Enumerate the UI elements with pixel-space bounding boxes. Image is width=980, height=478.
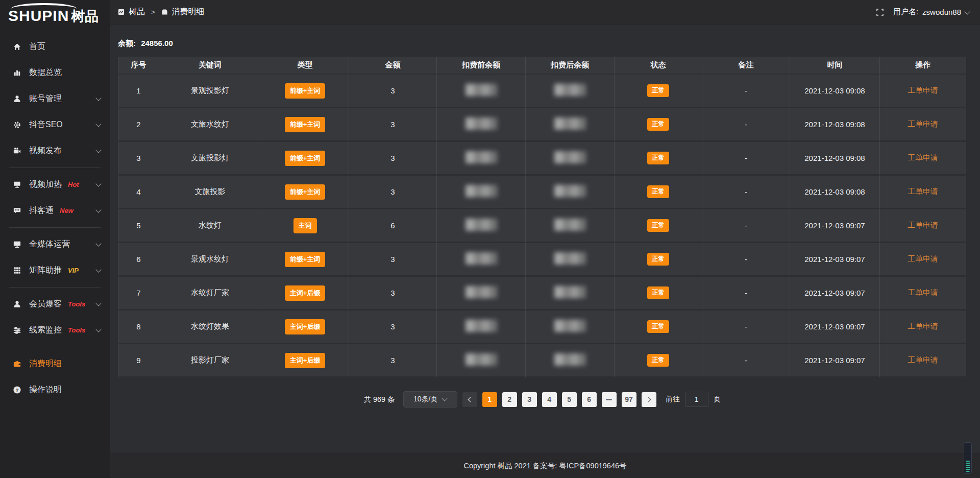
work-order-link[interactable]: 工单申请 xyxy=(908,322,938,330)
cell-balance_before xyxy=(437,176,526,209)
page-button-2[interactable]: 2 xyxy=(502,392,517,407)
cell-status: 正常 xyxy=(615,243,702,277)
cell-time: 2021-12-03 09:08 xyxy=(790,108,880,142)
sidebar-item-member-burst[interactable]: 会员爆客Tools xyxy=(0,291,110,317)
cell-remark: - xyxy=(702,75,790,108)
sidebar-item-douyin-seo[interactable]: 抖音SEO xyxy=(0,112,110,138)
sidebar-item-label: 线索监控 xyxy=(29,325,62,336)
bar-chart-icon xyxy=(12,68,21,78)
cell-action: 工单申请 xyxy=(880,243,966,277)
cell-index: 6 xyxy=(118,243,159,277)
sidebar-item-consume-detail[interactable]: 消费明细 xyxy=(0,351,110,377)
fullscreen-icon[interactable] xyxy=(876,8,884,16)
footer: Copyright 树品 2021 备案号: 粤ICP备09019646号 xyxy=(110,453,980,478)
sidebar-item-matrix-boost[interactable]: 矩阵助推VIP xyxy=(0,257,110,283)
sidebar-item-tag: New xyxy=(60,207,74,214)
work-order-link[interactable]: 工单申请 xyxy=(908,187,938,196)
sidebar-item-label: 消费明细 xyxy=(29,358,62,369)
cell-keyword: 文旅投影灯 xyxy=(159,142,261,176)
cell-keyword: 文旅水纹灯 xyxy=(159,108,261,142)
sidebar-item-tag: Tools xyxy=(68,300,85,308)
sidebar-item-video-publish[interactable]: 视频发布 xyxy=(0,138,110,164)
goto-suffix: 页 xyxy=(714,395,721,404)
page-button-5[interactable]: 5 xyxy=(562,392,577,407)
breadcrumb: 树品 > 消费明细 xyxy=(118,7,205,17)
work-order-link[interactable]: 工单申请 xyxy=(908,221,938,229)
goto-label: 前往 xyxy=(666,395,680,404)
work-order-link[interactable]: 工单申请 xyxy=(908,153,938,162)
cell-balance_before xyxy=(437,310,526,344)
cell-index: 8 xyxy=(118,310,159,344)
cell-remark: - xyxy=(702,142,790,176)
cell-status: 正常 xyxy=(615,142,702,176)
user-menu[interactable]: 用户名: zswodun88 xyxy=(893,7,969,17)
cell-status: 正常 xyxy=(615,75,702,108)
work-order-link[interactable]: 工单申请 xyxy=(908,86,938,94)
masked-balance-value xyxy=(554,219,586,231)
breadcrumb-wallet-icon xyxy=(161,9,168,15)
prev-page-button[interactable] xyxy=(462,392,477,407)
cell-action: 工单申请 xyxy=(880,142,966,176)
cell-balance_after xyxy=(526,277,615,310)
next-page-button[interactable] xyxy=(642,392,656,407)
cell-amount: 3 xyxy=(349,277,437,310)
page-size-select[interactable]: 10条/页 xyxy=(403,391,457,408)
sidebar-item-label: 视频发布 xyxy=(29,146,62,156)
sidebar-item-douketong[interactable]: 抖客通New xyxy=(0,198,110,224)
masked-balance-value xyxy=(465,151,497,163)
scroll-indicator-stripes xyxy=(966,461,970,472)
sidebar-item-all-media[interactable]: 全媒体运营 xyxy=(0,231,110,257)
page-button-3[interactable]: 3 xyxy=(522,392,537,407)
username-label: 用户名: xyxy=(893,7,918,17)
cell-action: 工单申请 xyxy=(880,176,966,209)
page-ellipsis-button[interactable]: ••• xyxy=(602,392,617,407)
logo-arc-icon xyxy=(11,3,77,14)
masked-balance-value xyxy=(554,117,586,130)
sidebar-divider xyxy=(9,227,101,228)
masked-balance-value xyxy=(465,84,497,96)
sidebar-item-label: 视频加热 xyxy=(29,179,62,190)
breadcrumb-root[interactable]: 树品 xyxy=(129,7,145,17)
masked-balance-value xyxy=(554,320,586,332)
cell-remark: - xyxy=(702,344,790,378)
page-button-6[interactable]: 6 xyxy=(582,392,597,407)
sidebar-item-label: 全媒体运营 xyxy=(29,239,70,250)
work-order-link[interactable]: 工单申请 xyxy=(908,288,938,297)
table-row: 2文旅水纹灯前缀+主词3正常-2021-12-03 09:08工单申请 xyxy=(118,108,966,142)
masked-balance-value xyxy=(554,353,586,366)
cell-type: 前缀+主词 xyxy=(261,75,349,108)
sidebar-item-help[interactable]: ?操作说明 xyxy=(0,377,110,403)
masked-balance-value xyxy=(554,151,586,163)
member-icon xyxy=(12,300,21,309)
cell-balance_after xyxy=(526,176,615,209)
monitor-icon xyxy=(12,240,21,249)
cell-balance_after xyxy=(526,108,615,142)
cell-remark: - xyxy=(702,243,790,277)
cell-keyword: 水纹灯效果 xyxy=(159,310,261,344)
column-header-time: 时间 xyxy=(790,57,880,75)
sidebar-item-clue-monitor[interactable]: 线索监控Tools xyxy=(0,317,110,343)
cell-time: 2021-12-03 09:08 xyxy=(790,142,880,176)
sidebar-item-video-heat[interactable]: 视频加热Hot xyxy=(0,172,110,198)
page-button-97[interactable]: 97 xyxy=(622,392,636,407)
cell-remark: - xyxy=(702,176,790,209)
work-order-link[interactable]: 工单申请 xyxy=(908,119,938,128)
page-button-1[interactable]: 1 xyxy=(482,392,497,407)
sidebar-item-label: 首页 xyxy=(29,41,45,52)
svg-text:?: ? xyxy=(15,387,18,393)
page-button-4[interactable]: 4 xyxy=(542,392,557,407)
column-header-status: 状态 xyxy=(615,57,702,75)
balance: 余额: 24856.00 xyxy=(118,39,966,49)
scroll-indicator-widget[interactable] xyxy=(964,442,972,474)
balance-value: 24856.00 xyxy=(141,39,173,47)
chevron-down-icon xyxy=(95,267,101,272)
work-order-link[interactable]: 工单申请 xyxy=(908,355,938,364)
sidebar-item-account-manage[interactable]: 账号管理 xyxy=(0,86,110,112)
cell-index: 3 xyxy=(118,142,159,176)
type-badge: 前缀+主词 xyxy=(285,184,326,200)
sidebar-item-data-overview[interactable]: 数据总览 xyxy=(0,60,110,86)
work-order-link[interactable]: 工单申请 xyxy=(908,254,938,263)
sidebar-item-home[interactable]: 首页 xyxy=(0,34,110,60)
goto-page-input[interactable] xyxy=(685,392,708,407)
cell-keyword: 投影灯厂家 xyxy=(159,344,261,378)
